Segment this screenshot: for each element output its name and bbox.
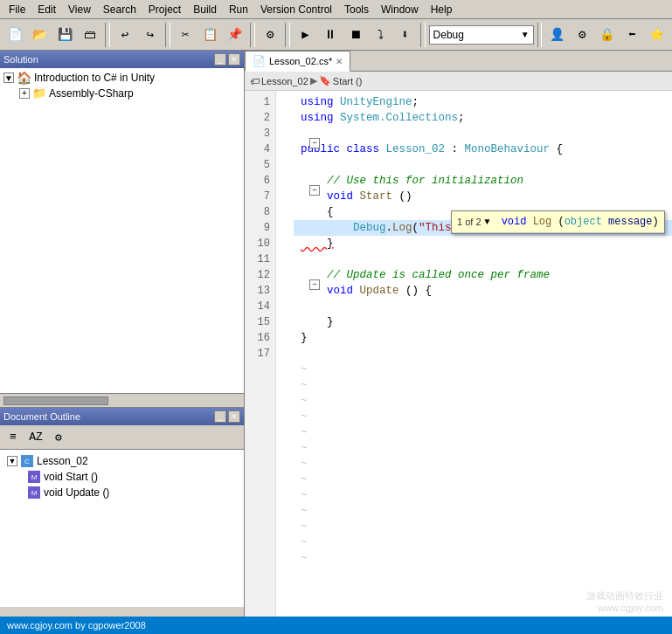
menu-run[interactable]: Run <box>224 2 253 17</box>
close-button[interactable]: ✕ <box>228 53 240 65</box>
code-line-17[interactable] <box>294 346 672 362</box>
editor-panel: 📄 Lesson_02.cs* ✕ 🏷 Lesson_02 ▶ 🔖 Start … <box>245 51 672 617</box>
editor-tab[interactable]: 📄 Lesson_02.cs* ✕ <box>245 51 350 72</box>
code-line-6[interactable]: // Use this for initialization <box>294 173 672 189</box>
step-over-button[interactable]: ⤵ <box>369 23 392 47</box>
solution-root[interactable]: ▼ 🏠 Introduction to C# in Unity <box>2 70 242 86</box>
assembly-name: Assembly-CSharp <box>49 87 134 100</box>
menu-file[interactable]: File <box>3 2 31 17</box>
settings-button[interactable]: 👤 <box>545 23 569 47</box>
solution-expand[interactable]: ▼ <box>3 72 14 83</box>
build-button[interactable]: ⚙ <box>259 23 282 47</box>
collapse-marker-4[interactable]: − <box>309 138 320 148</box>
outline-class-icon: C <box>21 455 33 467</box>
debug-dropdown[interactable]: Debug ▼ <box>429 25 534 45</box>
menu-build[interactable]: Build <box>188 2 222 17</box>
left-panel: Solution _ ✕ ▼ 🏠 Introduction to C# in U… <box>0 51 245 617</box>
outline-update[interactable]: M void Update () <box>3 485 240 500</box>
collapse-marker-7[interactable]: − <box>309 185 320 196</box>
code-content[interactable]: − − − using UnityEngine; <box>276 91 672 617</box>
outline-close[interactable]: ✕ <box>228 410 240 423</box>
code-line-7[interactable]: void Start () <box>294 189 672 204</box>
assembly-icon: 📁 <box>32 86 46 100</box>
autocomplete-signature: void Log (object message) <box>495 214 658 230</box>
line-num-13: 13 <box>245 283 275 299</box>
menu-search[interactable]: Search <box>98 2 142 17</box>
code-line-16[interactable]: } <box>294 330 672 346</box>
breadcrumb-class[interactable]: Lesson_02 <box>261 76 308 86</box>
stop-button[interactable]: ⏹ <box>343 23 367 47</box>
watermark: 游戏动画特效行业 www.cgjoy.com <box>586 589 663 613</box>
code-line-2[interactable]: using System.Collections; <box>294 110 672 126</box>
outline-btn3[interactable]: ⚙ <box>49 428 68 447</box>
save-button[interactable]: 💾 <box>53 23 77 47</box>
tab-file-icon: 📄 <box>253 55 266 67</box>
debug-dropdown-arrow[interactable]: ▼ <box>521 30 530 39</box>
code-line-5[interactable] <box>294 157 672 173</box>
solution-scrollbar[interactable] <box>0 393 244 407</box>
outline-start[interactable]: M void Start () <box>3 469 240 485</box>
outline-root[interactable]: ▼ C Lesson_02 <box>3 453 240 469</box>
menu-edit[interactable]: Edit <box>32 2 61 17</box>
code-line-4[interactable]: public class Lesson_02 : MonoBehaviour { <box>294 141 672 157</box>
code-line-3[interactable] <box>294 126 672 141</box>
breadcrumb-method[interactable]: Start () <box>333 76 363 86</box>
outline-method2-name: void Update () <box>44 486 109 499</box>
step-into-button[interactable]: ⬇ <box>393 23 417 47</box>
tab-close-button[interactable]: ✕ <box>336 57 343 66</box>
save-all-button[interactable]: 🗃 <box>79 23 102 47</box>
code-line-14[interactable] <box>294 299 672 314</box>
tilde-11: ~ <box>294 519 672 534</box>
scroll-thumb[interactable] <box>3 396 108 405</box>
more1-button[interactable]: ⚙ <box>571 23 594 47</box>
open-button[interactable]: 📂 <box>29 23 52 47</box>
code-line-13[interactable]: void Update () { <box>294 283 672 299</box>
code-line-15[interactable]: } <box>294 314 672 330</box>
titlebar-buttons: _ ✕ <box>214 53 240 65</box>
line-num-3: 3 <box>245 126 275 141</box>
more2-button[interactable]: 🔒 <box>595 23 619 47</box>
line-num-4: 4 <box>245 141 275 157</box>
menu-bar: File Edit View Search Project Build Run … <box>0 0 672 19</box>
outline-btn1[interactable]: ≡ <box>3 428 23 447</box>
menu-project[interactable]: Project <box>143 2 186 17</box>
menu-help[interactable]: Help <box>426 2 458 17</box>
copy-button[interactable]: 📋 <box>198 23 222 47</box>
menu-view[interactable]: View <box>63 2 96 17</box>
autocomplete-down-arrow[interactable]: ▼ <box>483 214 492 230</box>
assembly-item[interactable]: + 📁 Assembly-CSharp <box>2 86 242 100</box>
outline-minimize[interactable]: _ <box>214 410 226 423</box>
pause-button[interactable]: ⏸ <box>319 23 343 47</box>
menu-window[interactable]: Window <box>376 2 424 17</box>
assembly-expand[interactable]: + <box>19 88 30 99</box>
run-button[interactable]: ▶ <box>294 23 317 47</box>
tilde-8: ~ <box>294 472 672 487</box>
outline-panel: Document Outline _ ✕ ≡ AZ ⚙ ▼ C Lesson_0… <box>0 407 244 617</box>
menu-tools[interactable]: Tools <box>339 2 374 17</box>
code-line-10[interactable]: } <box>294 236 672 252</box>
line-num-5: 5 <box>245 157 275 173</box>
breadcrumb-icon: 🏷 <box>250 76 260 86</box>
undo-button[interactable]: ↩ <box>114 23 137 47</box>
new-button[interactable]: 📄 <box>3 23 27 47</box>
redo-button[interactable]: ↪ <box>138 23 162 47</box>
outline-btn2[interactable]: AZ <box>26 428 45 447</box>
more3-button[interactable]: ⬅ <box>620 23 644 47</box>
line-num-12: 12 <box>245 267 275 283</box>
code-line-12[interactable]: // Update is called once per frame <box>294 267 672 283</box>
paste-button[interactable]: 📌 <box>224 23 247 47</box>
sep5 <box>420 23 426 47</box>
menu-version-control[interactable]: Version Control <box>255 2 337 17</box>
line-num-16: 16 <box>245 330 275 346</box>
code-line-11[interactable] <box>294 252 672 267</box>
outline-expand[interactable]: ▼ <box>7 456 17 466</box>
solution-name: Introduction to C# in Unity <box>34 72 155 84</box>
collapse-marker-13[interactable]: − <box>309 279 320 290</box>
more4-button[interactable]: ⭐ <box>645 23 669 47</box>
code-line-1[interactable]: using UnityEngine; <box>294 94 672 110</box>
minimize-button[interactable]: _ <box>214 53 226 65</box>
main-container: Solution _ ✕ ▼ 🏠 Introduction to C# in U… <box>0 51 672 617</box>
collapse-column: − − − <box>308 91 323 617</box>
cut-button[interactable]: ✂ <box>174 23 197 47</box>
sep6 <box>537 23 543 47</box>
